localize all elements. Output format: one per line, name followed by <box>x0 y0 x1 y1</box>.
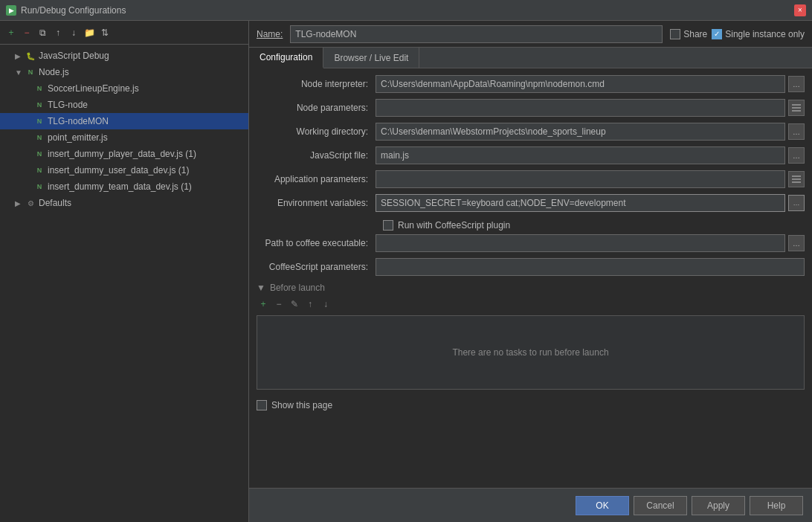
tree-item-tlg-node[interactable]: N TLG-node <box>0 97 248 113</box>
svg-rect-5 <box>792 181 801 183</box>
coffee-path-browse-button[interactable]: … <box>788 235 805 251</box>
before-launch-label: Before launch <box>270 283 325 293</box>
add-config-button[interactable]: + <box>4 26 18 39</box>
before-launch-edit-button[interactable]: ✎ <box>288 297 301 311</box>
env-variables-input-wrap: … <box>376 194 805 212</box>
insert-player-icon: N <box>34 149 45 159</box>
tree-label-insert-user: insert_dummy_user_data_dev.js (1) <box>48 165 190 175</box>
tree-item-point-emitter[interactable]: N point_emitter.js <box>0 129 248 146</box>
app-parameters-input-wrap <box>376 170 805 188</box>
node-parameters-input[interactable] <box>376 99 785 117</box>
tree-item-nodejs[interactable]: ▼ N Node.js <box>0 64 248 80</box>
insert-team-icon: N <box>34 181 45 192</box>
debug-icon: 🐛 <box>25 51 36 61</box>
tree-item-insert-player[interactable]: N insert_dummy_player_data_dev.js (1) <box>0 146 248 162</box>
coffee-params-row: CoffeeScript parameters: <box>257 257 805 277</box>
tab-configuration[interactable]: Configuration <box>249 48 323 68</box>
before-launch-toggle[interactable]: ▼ <box>257 283 265 293</box>
tabs-bar: Configuration Browser / Live Edit <box>249 48 812 68</box>
javascript-file-input[interactable] <box>376 146 785 164</box>
help-button[interactable]: Help <box>750 496 803 515</box>
env-variables-browse-button[interactable]: … <box>788 195 805 211</box>
tree-spacer-tlg-node <box>24 101 31 109</box>
tree-spacer-insert-player <box>24 150 31 158</box>
working-directory-label: Working directory: <box>257 126 376 137</box>
right-panel: Name: Share Single instance only Configu… <box>249 21 812 522</box>
folder-button[interactable]: 📁 <box>83 26 96 39</box>
main-container: + − ⧉ ↑ ↓ 📁 ⇅ ▶ 🐛 JavaScript Debug ▼ N N… <box>0 21 812 522</box>
sort-button[interactable]: ⇅ <box>98 26 112 39</box>
working-directory-input-wrap: … <box>376 123 805 141</box>
tree-spacer-point-emitter <box>24 134 31 142</box>
app-parameters-label: Application parameters: <box>257 174 376 184</box>
coffee-path-row: Path to coffee executable: … <box>257 233 805 253</box>
javascript-file-browse-button[interactable]: … <box>788 147 805 164</box>
svg-rect-0 <box>792 104 801 106</box>
remove-config-button[interactable]: − <box>20 26 33 39</box>
tree-item-js-debug[interactable]: ▶ 🐛 JavaScript Debug <box>0 48 248 64</box>
left-panel: + − ⧉ ↑ ↓ 📁 ⇅ ▶ 🐛 JavaScript Debug ▼ N N… <box>0 21 249 522</box>
app-parameters-table-button[interactable] <box>788 171 805 187</box>
tree-spacer-soccer <box>24 85 31 93</box>
before-launch-up-button[interactable]: ↑ <box>303 297 317 311</box>
share-checkbox-label[interactable]: Share <box>670 29 707 39</box>
point-emitter-icon: N <box>34 132 45 143</box>
node-parameters-table-button[interactable] <box>788 100 805 116</box>
tree-item-soccer[interactable]: N SoccerLineupEngine.js <box>0 80 248 97</box>
show-page-checkbox[interactable] <box>257 400 267 410</box>
apply-button[interactable]: Apply <box>692 496 745 515</box>
soccer-icon: N <box>34 83 45 94</box>
tree-label-tlg-nodemon: TLG-nodeMON <box>48 116 109 126</box>
javascript-file-row: JavaScript file: … <box>257 146 805 165</box>
tree-label-defaults: Defaults <box>39 198 71 208</box>
title-bar-text: Run/Debug Configurations <box>21 5 790 16</box>
move-up-button[interactable]: ↑ <box>51 26 65 39</box>
cancel-button[interactable]: Cancel <box>634 496 687 515</box>
node-interpreter-browse-button[interactable]: … <box>788 76 805 92</box>
before-launch-add-button[interactable]: + <box>257 297 270 311</box>
tree-item-defaults[interactable]: ▶ ⚙ Defaults <box>0 195 248 211</box>
close-button[interactable]: × <box>794 4 806 16</box>
coffee-path-input[interactable] <box>376 234 785 252</box>
before-launch-remove-button[interactable]: − <box>272 297 286 311</box>
show-page-row: Show this page <box>257 397 805 413</box>
svg-rect-4 <box>792 178 801 180</box>
javascript-file-input-wrap: … <box>376 146 805 164</box>
javascript-file-label: JavaScript file: <box>257 150 376 161</box>
ok-button[interactable]: OK <box>576 496 629 515</box>
coffeescript-checkbox-row: Run with CoffeeScript plugin <box>257 217 805 233</box>
coffee-path-input-wrap: … <box>376 234 805 252</box>
tree-item-tlg-nodemon[interactable]: N TLG-nodeMON <box>0 113 248 129</box>
coffee-params-input[interactable] <box>376 258 805 276</box>
coffeescript-checkbox[interactable] <box>383 220 393 231</box>
tree-label-tlg-node: TLG-node <box>48 100 88 110</box>
copy-config-button[interactable]: ⧉ <box>36 26 49 39</box>
tree-item-insert-user[interactable]: N insert_dummy_user_data_dev.js (1) <box>0 162 248 178</box>
tree-spacer-insert-team <box>24 183 31 191</box>
before-launch-down-button[interactable]: ↓ <box>319 297 332 311</box>
working-directory-browse-button[interactable]: … <box>788 123 805 140</box>
title-bar: ▶ Run/Debug Configurations × <box>0 0 812 21</box>
tab-browser-live-edit[interactable]: Browser / Live Edit <box>323 48 419 68</box>
share-checkbox[interactable] <box>670 29 680 39</box>
working-directory-input[interactable] <box>376 123 785 141</box>
tree-label-insert-team: insert_dummy_team_data_dev.js (1) <box>48 181 192 192</box>
coffee-path-label: Path to coffee executable: <box>257 238 376 248</box>
node-parameters-row: Node parameters: <box>257 98 805 117</box>
coffeescript-section: Run with CoffeeScript plugin Path to cof… <box>257 217 805 277</box>
config-tree: ▶ 🐛 JavaScript Debug ▼ N Node.js N Socce… <box>0 45 248 522</box>
move-down-button[interactable]: ↓ <box>67 26 80 39</box>
node-interpreter-input[interactable] <box>376 75 785 93</box>
tree-spacer-tlg-nodemon <box>24 117 31 126</box>
name-bar: Name: Share Single instance only <box>249 21 812 48</box>
app-parameters-input[interactable] <box>376 170 785 188</box>
defaults-icon: ⚙ <box>25 198 36 208</box>
config-content: Node interpreter: … Node parameters: <box>249 68 812 488</box>
tree-spacer-insert-user <box>24 167 31 175</box>
single-instance-label[interactable]: Single instance only <box>712 29 805 39</box>
env-variables-input[interactable] <box>376 194 785 212</box>
name-label: Name: <box>257 29 283 39</box>
single-instance-checkbox[interactable] <box>712 29 722 39</box>
name-input[interactable] <box>290 25 663 43</box>
tree-item-insert-team[interactable]: N insert_dummy_team_data_dev.js (1) <box>0 178 248 195</box>
